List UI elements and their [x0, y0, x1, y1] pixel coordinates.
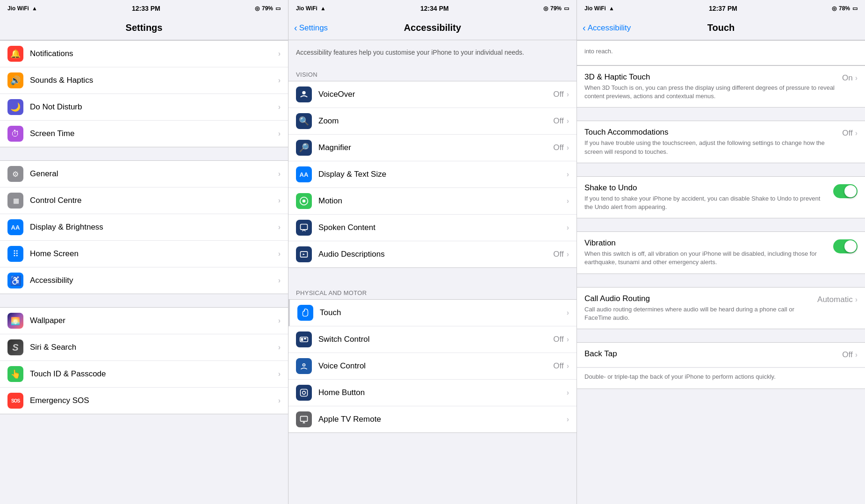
- siri-label: Siri & Search: [30, 343, 278, 352]
- truncated-top-section: into reach.: [577, 40, 865, 65]
- accessibility-label: Accessibility: [30, 276, 278, 285]
- settings-item-dnd[interactable]: 🌙 Do Not Disturb ›: [0, 94, 288, 121]
- sounds-label: Sounds & Haptics: [30, 76, 278, 85]
- sos-icon: SOS: [7, 393, 23, 409]
- accessibility-item-voice[interactable]: Voice Control Off ›: [288, 353, 577, 380]
- accessibility-item-touch[interactable]: Touch ›: [288, 300, 577, 326]
- accessibility-item-voiceover[interactable]: VoiceOver Off ›: [288, 81, 577, 108]
- back-arrow-icon-3: ‹: [583, 22, 586, 33]
- accessibility-item-spoken[interactable]: Spoken Content ›: [288, 215, 577, 241]
- touch-icon: [297, 305, 313, 321]
- voice-label: Voice Control: [318, 361, 553, 371]
- spoken-label: Spoken Content: [318, 223, 567, 232]
- touch-item-vibration[interactable]: Vibration When this switch is off, all v…: [577, 232, 865, 273]
- wallpaper-icon: 🌅: [7, 313, 23, 329]
- svg-point-2: [303, 200, 306, 203]
- settings-item-notifications[interactable]: 🔔 Notifications ›: [0, 41, 288, 67]
- zoom-label: Zoom: [318, 116, 553, 126]
- nav-title-3: Touch: [707, 22, 735, 33]
- shake-toggle[interactable]: [833, 184, 858, 198]
- settings-item-touchid[interactable]: 👆 Touch ID & Passcode ›: [0, 361, 288, 388]
- motion-icon: [296, 193, 312, 209]
- dnd-icon: 🌙: [7, 99, 23, 115]
- accessibility-item-homebutton[interactable]: Home Button ›: [288, 380, 577, 406]
- chevron-icon: ›: [567, 362, 569, 370]
- vibration-toggle[interactable]: [833, 239, 858, 253]
- settings-item-display[interactable]: AA Display & Brightness ›: [0, 214, 288, 241]
- chevron-icon: ›: [278, 276, 281, 285]
- chevron-icon: ›: [567, 223, 569, 232]
- touch-item-call-audio[interactable]: Call Audio Routing Call audio routing de…: [577, 288, 865, 329]
- back-arrow-icon-2: ‹: [294, 22, 297, 33]
- settings-item-sounds[interactable]: 🔊 Sounds & Haptics ›: [0, 67, 288, 94]
- back-button-2[interactable]: ‹ Settings: [294, 22, 328, 33]
- location-icon-3: ◎: [832, 5, 836, 12]
- touch-item-accommodations[interactable]: Touch Accommodations If you have trouble…: [577, 121, 865, 162]
- 3d-haptic-value: On: [842, 73, 853, 83]
- switch-icon: [296, 331, 312, 347]
- settings-list-1: 🔔 Notifications › 🔊 Sounds & Haptics › 🌙…: [0, 40, 288, 504]
- chevron-icon: ›: [278, 396, 281, 405]
- chevron-icon: ›: [278, 343, 281, 352]
- svg-rect-12: [301, 417, 308, 422]
- switch-label: Switch Control: [318, 335, 553, 344]
- settings-item-general[interactable]: ⚙ General ›: [0, 161, 288, 187]
- chevron-icon: ›: [278, 76, 281, 85]
- accessibility-item-magnifier[interactable]: 🔎 Magnifier Off ›: [288, 135, 577, 161]
- status-left-1: Jio WiFi ▲: [7, 5, 37, 12]
- notifications-label: Notifications: [30, 49, 278, 58]
- touch-label: Touch: [320, 308, 567, 317]
- accessibility-item-motion[interactable]: Motion ›: [288, 188, 577, 215]
- nav-bar-1: Settings: [0, 17, 288, 40]
- status-right-2: ◎ 79% ▭: [543, 5, 569, 12]
- touch-item-back-tap[interactable]: Back Tap Off ›: [577, 343, 865, 367]
- chevron-icon: ›: [278, 223, 281, 231]
- settings-item-accessibility[interactable]: ♿ Accessibility ›: [0, 267, 288, 294]
- settings-item-homescreen[interactable]: ⠿ Home Screen ›: [0, 241, 288, 267]
- accessibility-item-display-text[interactable]: AA Display & Text Size ›: [288, 161, 577, 188]
- status-bar-3: Jio WiFi ▲ 12:37 PM ◎ 78% ▭: [577, 0, 865, 17]
- status-bar-1: Jio WiFi ▲ 12:33 PM ◎ 79% ▭: [0, 0, 288, 17]
- appletv-label: Apple TV Remote: [318, 415, 567, 424]
- accessibility-item-zoom[interactable]: 🔍 Zoom Off ›: [288, 108, 577, 135]
- accommodations-title: Touch Accommodations: [584, 128, 837, 137]
- carrier-3: Jio WiFi: [584, 5, 606, 12]
- chevron-icon: ›: [567, 117, 569, 125]
- chevron-icon: ›: [278, 130, 281, 138]
- accessibility-item-audio-desc[interactable]: Audio Descriptions Off ›: [288, 241, 577, 267]
- spoken-icon: [296, 220, 312, 236]
- touch-item-3d-haptic[interactable]: 3D & Haptic Touch When 3D Touch is on, y…: [577, 66, 865, 107]
- nav-title-2: Accessibility: [404, 22, 461, 33]
- sos-label: Emergency SOS: [30, 396, 278, 405]
- settings-item-siri[interactable]: S Siri & Search ›: [0, 334, 288, 361]
- back-tap-section: Back Tap Off › Double- or triple-tap the…: [577, 342, 865, 389]
- time-2: 12:34 PM: [420, 5, 449, 12]
- settings-item-sos[interactable]: SOS Emergency SOS ›: [0, 388, 288, 414]
- call-audio-value: Automatic: [817, 295, 853, 304]
- wifi-icon-1: ▲: [32, 5, 37, 12]
- touchid-label: Touch ID & Passcode: [30, 369, 278, 379]
- status-right-3: ◎ 78% ▭: [832, 5, 858, 12]
- location-icon-1: ◎: [255, 5, 260, 12]
- shake-section: Shake to Undo If you tend to shake your …: [577, 176, 865, 218]
- touch-item-shake[interactable]: Shake to Undo If you tend to shake your …: [577, 177, 865, 218]
- accessibility-item-switch[interactable]: Switch Control Off ›: [288, 326, 577, 353]
- back-button-3[interactable]: ‹ Accessibility: [583, 22, 631, 33]
- homescreen-icon: ⠿: [7, 246, 23, 262]
- settings-item-wallpaper[interactable]: 🌅 Wallpaper ›: [0, 308, 288, 334]
- settings-item-screentime[interactable]: ⏱ Screen Time ›: [0, 121, 288, 147]
- chevron-icon: ›: [567, 415, 569, 424]
- controlcentre-label: Control Centre: [30, 196, 278, 205]
- back-label-3: Accessibility: [588, 23, 631, 33]
- chevron-icon: ›: [278, 103, 281, 111]
- status-left-3: Jio WiFi ▲: [584, 5, 614, 12]
- accessibility-list: Accessibility features help you customis…: [288, 40, 577, 504]
- magnifier-label: Magnifier: [318, 143, 553, 152]
- chevron-icon: ›: [567, 144, 569, 152]
- accessibility-item-appletv[interactable]: Apple TV Remote ›: [288, 406, 577, 432]
- audio-desc-icon: [296, 246, 312, 262]
- settings-item-controlcentre[interactable]: ▦ Control Centre ›: [0, 187, 288, 214]
- magnifier-value: Off: [553, 143, 563, 152]
- chevron-icon: ›: [567, 197, 569, 205]
- svg-rect-3: [301, 224, 308, 230]
